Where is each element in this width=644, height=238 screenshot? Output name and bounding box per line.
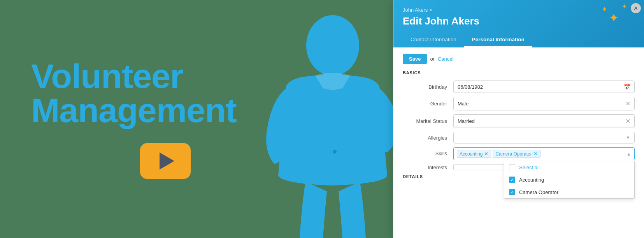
right-panel: A John Akers > Edit John Akers ✦ ✦ ✦ Con…	[393, 0, 644, 238]
basics-section-title: BASICS	[403, 70, 635, 75]
silhouette-figure	[255, 12, 403, 238]
tabs-container: Contact Information Personal Information	[403, 33, 635, 47]
gender-label: Gender	[403, 101, 453, 107]
skills-chevron-up-icon[interactable]: ▲	[626, 151, 631, 157]
skill-tag-accounting[interactable]: Accounting ✕	[457, 150, 491, 158]
clear-gender-icon[interactable]: ✕	[625, 100, 630, 107]
or-text: or	[430, 56, 435, 62]
page-title-row: Edit John Akers ✦ ✦ ✦	[403, 15, 635, 27]
select-all-label[interactable]: Select all	[519, 164, 540, 170]
marital-status-label: Marital Status	[403, 118, 453, 124]
svg-point-0	[306, 15, 359, 76]
skill-tag-camera-operator[interactable]: Camera Operator ✕	[493, 150, 540, 158]
birthday-label: Birthday	[403, 84, 453, 90]
app-title: Volunteer Management	[31, 59, 237, 128]
interests-label: Interests	[403, 164, 453, 170]
allergies-label: Allergies	[403, 135, 453, 141]
gender-value: Male	[458, 101, 469, 107]
camera-operator-checkbox[interactable]	[509, 189, 515, 195]
skills-dropdown-panel: Select all Accounting Camera Operator	[504, 161, 635, 199]
tab-contact-information[interactable]: Contact Information	[403, 33, 464, 47]
breadcrumb: John Akers >	[403, 7, 635, 13]
user-avatar-badge: A	[631, 3, 641, 13]
page-title: Edit John Akers	[403, 15, 479, 27]
allergies-field[interactable]: ▼	[453, 132, 635, 144]
gender-row: Gender Male ✕	[403, 97, 635, 110]
save-cancel-row: Save or Cancel	[403, 54, 635, 64]
skills-label: Skills	[403, 147, 453, 156]
select-all-checkbox[interactable]	[509, 164, 515, 170]
birthday-field[interactable]: 06/08/1982 📅	[453, 80, 635, 93]
birthday-row: Birthday 06/08/1982 📅	[403, 80, 635, 93]
camera-operator-option-label: Camera Operator	[519, 189, 558, 195]
marital-status-field[interactable]: Married ✕	[453, 114, 635, 128]
allergies-dropdown-icon[interactable]: ▼	[626, 135, 630, 140]
calendar-icon[interactable]: 📅	[624, 84, 630, 90]
accounting-option-label: Accounting	[519, 177, 544, 183]
select-all-item[interactable]: Select all	[504, 161, 634, 173]
skill-option-camera-operator[interactable]: Camera Operator	[504, 186, 634, 198]
play-button[interactable]	[140, 143, 191, 179]
marital-status-row: Marital Status Married ✕	[403, 114, 635, 128]
tab-personal-information[interactable]: Personal Information	[464, 33, 532, 47]
play-button-container	[140, 143, 191, 179]
skill-tag-accounting-label: Accounting	[460, 151, 483, 157]
skills-input[interactable]	[542, 151, 625, 157]
remove-accounting-icon[interactable]: ✕	[484, 151, 488, 157]
sparkle-large-icon: ✦	[609, 10, 619, 25]
play-triangle-icon	[160, 152, 174, 170]
allergies-row: Allergies ▼	[403, 132, 635, 144]
skills-field[interactable]: Accounting ✕ Camera Operator ✕ ▲	[453, 147, 635, 160]
skill-tag-camera-operator-label: Camera Operator	[495, 151, 532, 157]
birthday-value: 06/08/1982	[458, 84, 483, 90]
save-button[interactable]: Save	[403, 54, 427, 64]
sparkle-small-icon: ✦	[602, 5, 607, 14]
marital-status-value: Married	[458, 118, 475, 124]
skill-option-accounting[interactable]: Accounting	[504, 173, 634, 186]
clear-marital-status-icon[interactable]: ✕	[625, 117, 630, 125]
remove-camera-operator-icon[interactable]: ✕	[533, 151, 538, 157]
cancel-link[interactable]: Cancel	[438, 56, 453, 62]
svg-point-2	[333, 150, 337, 154]
gender-field[interactable]: Male ✕	[453, 97, 635, 110]
sparkle-tiny-icon: ✦	[622, 3, 627, 10]
skills-row: Skills Accounting ✕ Camera Operator ✕ ▲	[403, 147, 635, 160]
form-header: A John Akers > Edit John Akers ✦ ✦ ✦ Con…	[393, 0, 644, 47]
form-body: Save or Cancel BASICS Birthday 06/08/198…	[393, 47, 644, 235]
accounting-checkbox[interactable]	[509, 177, 515, 183]
